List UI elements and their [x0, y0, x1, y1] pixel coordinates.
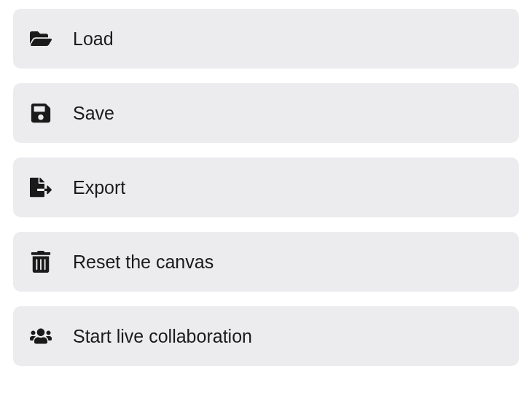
menu-item-label: Start live collaboration [73, 326, 252, 347]
menu-item-label: Reset the canvas [73, 252, 214, 273]
menu-list: Load Save Export Reset the canvas Start … [13, 9, 519, 366]
menu-item-start-collaboration[interactable]: Start live collaboration [13, 306, 519, 366]
save-icon [29, 101, 52, 125]
users-icon [29, 324, 52, 348]
menu-item-load[interactable]: Load [13, 9, 519, 69]
menu-item-label: Export [73, 177, 125, 198]
menu-item-export[interactable]: Export [13, 157, 519, 217]
export-icon [29, 176, 52, 199]
menu-item-label: Save [73, 103, 114, 124]
folder-open-icon [29, 27, 52, 50]
trash-icon [29, 250, 52, 273]
menu-item-reset-canvas[interactable]: Reset the canvas [13, 232, 519, 292]
menu-item-label: Load [73, 28, 114, 50]
menu-item-save[interactable]: Save [13, 83, 519, 143]
